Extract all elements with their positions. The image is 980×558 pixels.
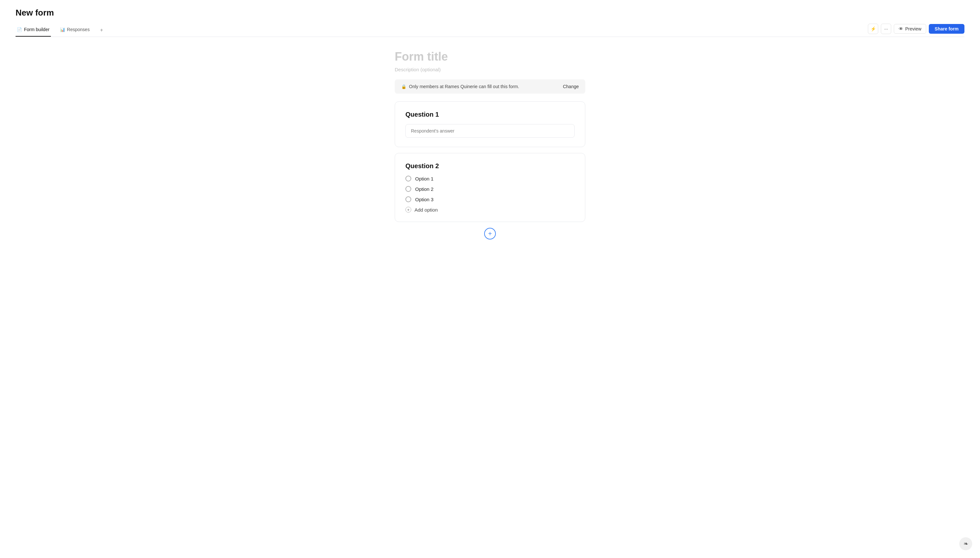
tab-form-builder[interactable]: 📄 Form builder: [16, 24, 51, 37]
share-form-label: Share form: [935, 26, 959, 31]
tab-bar: 📄 Form builder 📊 Responses + ⚡ ··· 👁 Pre…: [16, 24, 964, 37]
lock-icon: 🔒: [401, 84, 406, 89]
main-content: Form title Description (optional) 🔒 Only…: [389, 50, 591, 240]
option-1-item: Option 1: [405, 176, 575, 181]
preview-label: Preview: [905, 26, 921, 31]
add-option-button[interactable]: + Add option: [405, 207, 575, 213]
option-2-radio[interactable]: [405, 186, 411, 192]
form-title-placeholder[interactable]: Form title: [395, 50, 585, 64]
form-builder-icon: 📄: [17, 27, 22, 32]
option-3-item: Option 3: [405, 196, 575, 202]
header: New form 📄 Form builder 📊 Responses + ⚡ …: [0, 0, 980, 37]
access-notice-text: Only members at Rames Quinerie can fill …: [409, 84, 519, 89]
question-1-title[interactable]: Question 1: [405, 111, 575, 118]
eye-icon: 👁: [899, 26, 903, 31]
lightning-icon: ⚡: [870, 26, 876, 31]
access-notice: 🔒 Only members at Rames Quinerie can fil…: [395, 79, 585, 94]
question-2-card: Question 2 Option 1 Option 2 Option 3 + …: [395, 153, 585, 222]
bottom-right-icon: ❧: [959, 537, 972, 550]
tab-responses[interactable]: 📊 Responses: [59, 24, 91, 37]
tab-form-builder-label: Form builder: [24, 27, 49, 32]
tab-actions: ⚡ ··· 👁 Preview Share form: [868, 24, 964, 37]
add-option-plus-icon: +: [405, 207, 411, 213]
share-form-button[interactable]: Share form: [929, 24, 964, 34]
tab-responses-label: Responses: [67, 27, 90, 32]
form-description-placeholder[interactable]: Description (optional): [395, 67, 585, 72]
question-1-card: Question 1: [395, 102, 585, 147]
add-question-plus-icon: +: [488, 230, 492, 238]
question-2-title[interactable]: Question 2: [405, 162, 575, 170]
option-3-label: Option 3: [415, 197, 433, 202]
question-1-answer-input[interactable]: [405, 124, 575, 138]
add-question-button[interactable]: +: [484, 228, 496, 240]
more-button[interactable]: ···: [881, 24, 891, 34]
option-2-item: Option 2: [405, 186, 575, 192]
lightning-button[interactable]: ⚡: [868, 24, 878, 34]
app-title: New form: [16, 8, 964, 18]
change-access-link[interactable]: Change: [563, 84, 579, 89]
add-question-section: +: [395, 228, 585, 240]
help-icon: ❧: [964, 540, 969, 547]
option-2-label: Option 2: [415, 186, 433, 192]
responses-icon: 📊: [60, 27, 65, 32]
add-option-label: Add option: [414, 207, 438, 213]
option-3-radio[interactable]: [405, 196, 411, 202]
option-1-label: Option 1: [415, 176, 433, 181]
more-icon: ···: [884, 26, 888, 31]
preview-button[interactable]: 👁 Preview: [894, 24, 926, 34]
add-tab-button[interactable]: +: [99, 26, 104, 34]
access-notice-left: 🔒 Only members at Rames Quinerie can fil…: [401, 84, 519, 89]
option-1-radio[interactable]: [405, 176, 411, 181]
